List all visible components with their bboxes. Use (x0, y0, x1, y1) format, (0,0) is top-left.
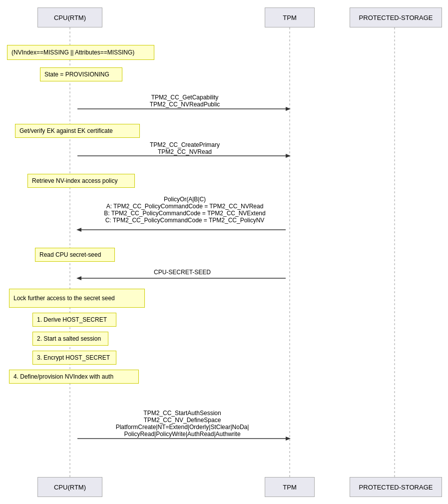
msg-4-label: CPU-SECRET-SEED (75, 269, 290, 276)
actor-tpm-bottom: TPM (265, 477, 315, 497)
note-4: Retrieve NV-index access policy (27, 174, 135, 188)
msg-5-label: TPM2_CC_StartAuthSession TPM2_CC_NV_Defi… (75, 410, 290, 438)
msg-2-label: TPM2_CC_CreatePrimary TPM2_CC_NVRead (80, 141, 290, 155)
actor-storage-bottom: PROTECTED-STORAGE (350, 477, 442, 497)
note-9: 3. Encrypt HOST_SECRET (32, 351, 116, 365)
note-3: Get/verify EK against EK certificate (15, 124, 140, 138)
actor-cpu-top: CPU(RTM) (37, 7, 102, 27)
note-5: Read CPU secret-seed (35, 248, 115, 262)
msg-1-label: TPM2_CC_GetCapability TPM2_CC_NVReadPubl… (80, 94, 290, 108)
note-6: Lock further access to the secret seed (9, 289, 145, 308)
actor-cpu-bottom: CPU(RTM) (37, 477, 102, 497)
note-7: 1. Derive HOST_SECRET (32, 313, 116, 327)
actor-storage-top: PROTECTED-STORAGE (350, 7, 442, 27)
svg-marker-8 (76, 228, 81, 232)
sequence-diagram: CPU(RTM) TPM PROTECTED-STORAGE CPU(RTM) … (0, 0, 448, 504)
note-10: 4. Define/provision NVIndex with auth (9, 370, 139, 384)
note-8: 2. Start a salted session (32, 332, 108, 346)
note-1: (NVIndex==MISSING || Attributes==MISSING… (7, 45, 154, 60)
note-2: State = PROVISIONING (40, 67, 122, 81)
svg-marker-10 (76, 276, 81, 280)
actor-tpm-top: TPM (265, 7, 315, 27)
msg-3-label: PolicyOr(A|B|C) A: TPM2_CC_PolicyCommand… (75, 196, 295, 224)
